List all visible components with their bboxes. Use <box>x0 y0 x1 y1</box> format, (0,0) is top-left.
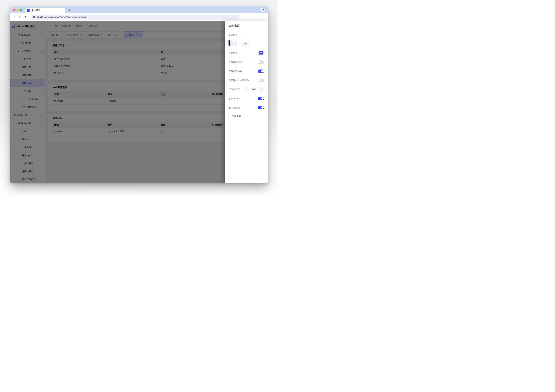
theme-color-label: 主题颜色 <box>228 51 238 55</box>
url-bar[interactable]: php.likeadmin.cn/admin/setting/system/en… <box>31 15 240 20</box>
chevron-down-icon <box>260 52 262 53</box>
back-button[interactable] <box>12 15 17 20</box>
dark-sidebar-thumb-bar <box>228 40 230 46</box>
chevron-down-icon <box>262 9 264 11</box>
back-icon <box>13 15 16 19</box>
forward-button[interactable] <box>17 15 22 20</box>
browser-tab[interactable]: LA 系统环境 ✕ <box>25 8 65 13</box>
selected-check-icon: ✔ <box>244 42 246 45</box>
forward-icon <box>18 15 21 19</box>
reload-icon <box>23 16 26 19</box>
reset-theme-button[interactable]: 重置主题 <box>228 113 244 119</box>
multi-tab-label: 开启多页签栏 <box>228 70 242 73</box>
theme-color-swatch <box>259 51 263 55</box>
dark-mode-label: 开启黑暗模式 <box>228 61 242 64</box>
drawer-title: 主题设置 <box>228 24 240 28</box>
browser-toolbar: php.likeadmin.cn/admin/setting/system/en… <box>10 13 268 21</box>
window-minimize-button[interactable] <box>17 9 19 11</box>
browser-tab-title: 系统环境 <box>31 9 60 12</box>
tab-close-icon[interactable]: ✕ <box>60 9 64 12</box>
dark-mode-toggle[interactable] <box>258 60 264 64</box>
site-favicon: LA <box>27 9 30 12</box>
show-breadcrumb-toggle[interactable] <box>258 106 264 109</box>
window-close-button[interactable] <box>13 9 15 11</box>
multi-tab-toggle[interactable] <box>258 70 264 73</box>
site-settings-icon <box>33 16 36 18</box>
theme-settings-drawer: 主题设置 ✕ 风格设置 ✔ 主题颜色 开启黑暗模式 开启多页签栏 <box>225 21 268 183</box>
tab-search-button[interactable] <box>260 7 265 12</box>
single-expand-label: 只展开一个一级菜单 <box>228 79 249 82</box>
menu-width-stepper: − 200 + <box>244 87 264 92</box>
new-tab-button[interactable]: + <box>67 8 72 13</box>
show-breadcrumb-label: 显示面包屑 <box>228 106 240 109</box>
style-option-light-sidebar[interactable]: ✔ <box>240 40 248 46</box>
style-option-dark-sidebar[interactable] <box>228 40 237 46</box>
reload-button[interactable] <box>22 15 27 20</box>
modal-overlay[interactable] <box>10 21 225 183</box>
browser-tabstrip: LA 系统环境 ✕ + <box>10 7 268 13</box>
decrease-button[interactable]: − <box>244 87 249 92</box>
close-icon[interactable]: ✕ <box>262 24 264 27</box>
window-zoom-button[interactable] <box>20 9 22 11</box>
browser-window: LA 系统环境 ✕ + php.likeadmin.cn/admin/setti… <box>10 7 268 183</box>
show-logo-label: 显示LOGO <box>228 97 240 100</box>
url-text: php.likeadmin.cn/admin/setting/system/en… <box>37 16 87 18</box>
theme-color-select[interactable] <box>258 50 263 55</box>
show-logo-toggle[interactable] <box>258 97 264 100</box>
menu-width-label: 菜单栏宽度 <box>228 88 240 91</box>
single-expand-toggle[interactable] <box>258 79 264 82</box>
menu-width-value[interactable]: 200 <box>249 87 259 92</box>
admin-app: K admin系统演示 存储设置 热门搜索 系统维护 定时任务 系统日志 <box>10 21 268 183</box>
style-section-label: 风格设置 <box>228 34 238 37</box>
increase-button[interactable]: + <box>259 87 264 92</box>
